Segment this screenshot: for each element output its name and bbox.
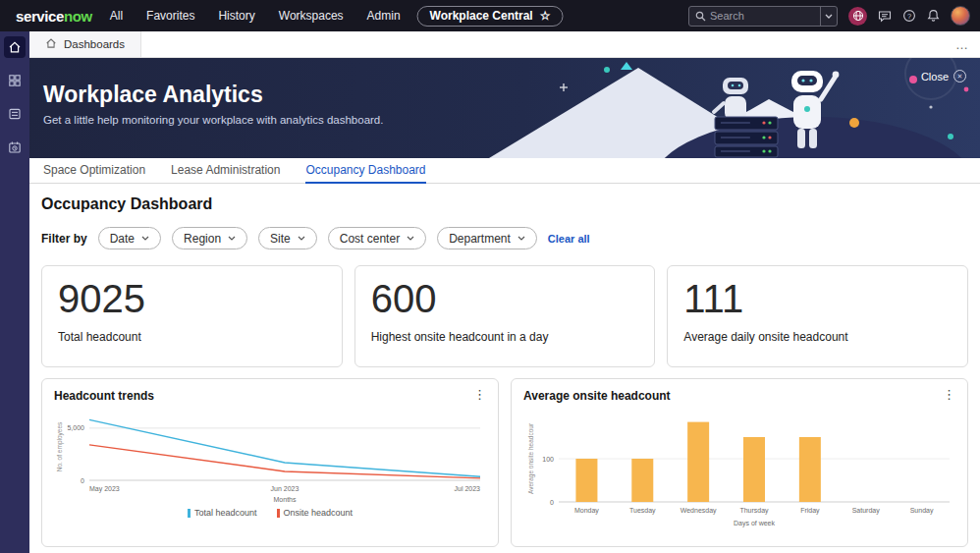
user-avatar[interactable] (951, 6, 970, 26)
nav-item-workspaces[interactable]: Workspaces (279, 9, 344, 23)
headcount-trends-line-chart: 05,000May 2023Jun 2023Jul 2023MonthsNo. … (54, 408, 486, 506)
filter-pill-cost-center[interactable]: Cost center (328, 227, 426, 249)
kpi-label: Highest onsite headcount in a day (371, 330, 639, 344)
filter-pill-site[interactable]: Site (258, 227, 317, 249)
svg-text:Friday: Friday (800, 507, 820, 515)
filter-pill-region[interactable]: Region (172, 227, 247, 249)
svg-text:Thursday: Thursday (739, 507, 769, 515)
average-onsite-chart-card: Average onsite headcount ⋮ 0100MondayTue… (511, 378, 968, 547)
filter-pill-department-label: Department (449, 232, 511, 246)
close-icon: ✕ (953, 70, 966, 83)
chart-options-kebab-icon[interactable]: ⋮ (473, 387, 486, 402)
legend-marker (188, 509, 191, 518)
tab-lease-administration[interactable]: Lease Administration (171, 158, 280, 184)
headcount-trends-chart-card: Headcount trends ⋮ 05,000May 2023Jun 202… (41, 378, 499, 547)
global-search[interactable] (688, 6, 838, 27)
chevron-down-icon (517, 236, 525, 241)
tab-overflow-menu-icon[interactable]: … (944, 31, 980, 57)
workspace-title-pill[interactable]: Workplace Central ☆ (417, 6, 564, 27)
kpi-label: Total headcount (58, 330, 326, 344)
small-robot (714, 78, 748, 120)
kpi-highest-onsite: 600 Highest onsite headcount in a day (354, 265, 656, 367)
svg-text:?: ? (907, 12, 911, 21)
document-tab-strip: Dashboards … (29, 31, 980, 58)
kpi-value: 600 (371, 276, 639, 321)
server-rack (715, 117, 778, 157)
chart-title: Average onsite headcount (523, 389, 955, 403)
tab-dashboards-label: Dashboards (64, 38, 125, 50)
workspace-title-label: Workplace Central (430, 9, 533, 23)
nav-item-favorites[interactable]: Favorites (146, 9, 194, 23)
filter-pill-cost-center-label: Cost center (340, 232, 400, 246)
svg-text:100: 100 (542, 456, 554, 463)
chevron-down-icon (298, 236, 305, 241)
average-onsite-bar-chart: 0100MondayTuesdayWednesdayThursdayFriday… (523, 408, 955, 535)
servicenow-logo[interactable]: servicenow (16, 8, 92, 25)
svg-text:Months: Months (274, 496, 297, 503)
tab-space-optimization[interactable]: Space Optimization (43, 158, 145, 184)
sidebar-catalog-icon[interactable] (4, 103, 26, 125)
svg-text:Saturday: Saturday (852, 507, 881, 515)
hero-title: Workplace Analytics (43, 82, 263, 108)
sidebar-home-icon[interactable] (4, 36, 26, 58)
top-nav-menu: All Favorites History Workspaces Admin (110, 9, 401, 23)
home-breadcrumb-icon (45, 37, 57, 51)
nav-item-all[interactable]: All (110, 9, 123, 23)
svg-text:May 2023: May 2023 (89, 485, 120, 493)
chevron-down-icon (228, 236, 236, 241)
kpi-value: 9025 (58, 276, 326, 321)
kpi-label: Average daily onsite headcount (683, 330, 952, 344)
logo-text-service: service (16, 8, 64, 25)
filter-by-label: Filter by (41, 232, 87, 246)
notifications-bell-icon[interactable] (927, 9, 940, 23)
svg-text:Jun 2023: Jun 2023 (271, 485, 299, 492)
sidebar-workspaces-grid-icon[interactable] (4, 70, 26, 91)
filter-pill-site-label: Site (270, 232, 291, 246)
page-title: Occupancy Dashboard (41, 195, 968, 213)
kpi-average-daily-onsite: 111 Average daily onsite headcount (667, 265, 968, 367)
top-nav: servicenow All Favorites History Workspa… (0, 0, 980, 31)
tab-dashboards[interactable]: Dashboards (29, 31, 141, 57)
svg-text:5,000: 5,000 (67, 424, 84, 431)
kpi-value: 111 (683, 276, 952, 321)
help-icon[interactable]: ? (902, 9, 916, 23)
filter-pill-department[interactable]: Department (437, 227, 537, 249)
hero-close-label: Close (921, 71, 949, 83)
charts-row: Headcount trends ⋮ 05,000May 2023Jun 202… (41, 378, 968, 547)
svg-text:Average onsite headcour: Average onsite headcour (527, 422, 535, 494)
favorite-star-icon[interactable]: ☆ (540, 9, 551, 23)
nav-item-admin[interactable]: Admin (367, 9, 401, 23)
chart-options-kebab-icon[interactable]: ⋮ (943, 387, 955, 402)
top-nav-right: ? (688, 6, 970, 27)
svg-text:Wednesday: Wednesday (681, 507, 717, 515)
chat-icon[interactable] (878, 10, 892, 23)
svg-text:Days of week: Days of week (734, 520, 776, 527)
svg-text:Jul 2023: Jul 2023 (455, 485, 481, 492)
instance-globe-icon[interactable] (848, 7, 867, 26)
dashboard-content: Occupancy Dashboard Filter by Date Regio… (29, 184, 980, 553)
legend-marker (277, 509, 280, 518)
search-scope-dropdown[interactable] (820, 7, 837, 26)
kpi-row: 9025 Total headcount 600 Highest onsite … (41, 265, 968, 367)
left-sidebar (0, 31, 29, 553)
svg-text:Sunday: Sunday (910, 507, 934, 515)
nav-item-history[interactable]: History (218, 9, 254, 23)
clear-all-filters-link[interactable]: Clear all (548, 233, 590, 245)
hero-close-button[interactable]: Close ✕ (921, 70, 966, 83)
filter-pill-date[interactable]: Date (98, 227, 161, 249)
legend-onsite-headcount[interactable]: Onsite headcount (277, 508, 354, 518)
svg-text:0: 0 (81, 477, 84, 484)
dashboard-tabs: Space Optimization Lease Administration … (29, 158, 980, 184)
hero-subtitle: Get a little help monitoring your workpl… (43, 114, 383, 126)
hero-banner: Workplace Analytics Get a little help mo… (29, 58, 980, 158)
filter-bar: Filter by Date Region Site Cost center (41, 227, 968, 249)
legend-total-headcount[interactable]: Total headcount (188, 508, 257, 518)
kpi-total-headcount: 9025 Total headcount (41, 265, 343, 367)
sidebar-schedule-icon[interactable] (4, 137, 26, 158)
search-icon (689, 11, 706, 22)
tab-occupancy-dashboard[interactable]: Occupancy Dashboard (305, 158, 425, 184)
chart-legend: Total headcount Onsite headcount (54, 508, 486, 518)
chevron-down-icon (407, 236, 414, 241)
svg-text:Tuesday: Tuesday (629, 507, 656, 515)
search-input[interactable] (706, 10, 820, 22)
